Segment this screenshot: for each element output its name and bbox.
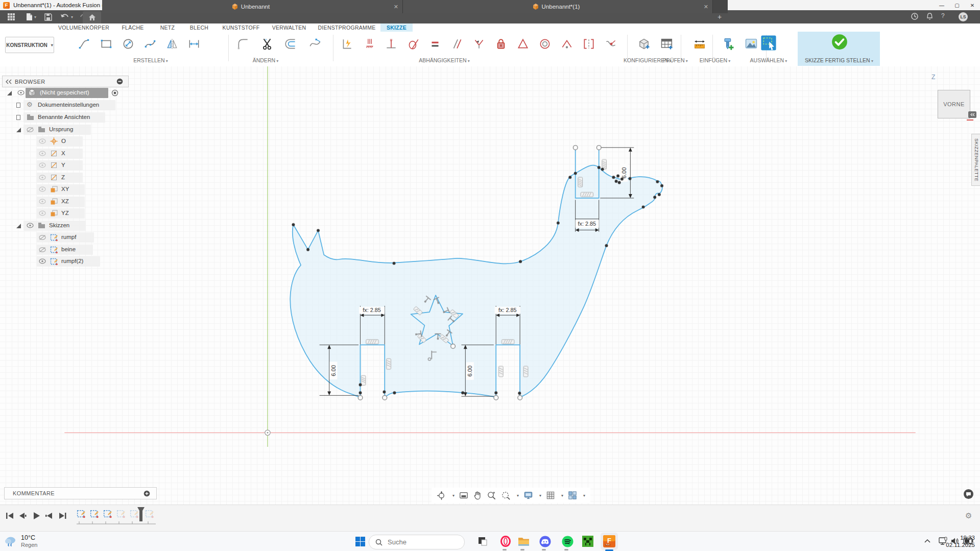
visibility-eye-off-icon[interactable]: [39, 247, 46, 253]
home-view-button[interactable]: [83, 11, 101, 23]
minecraft-icon[interactable]: [581, 535, 594, 548]
dim-leg2-depth-label[interactable]: 6.00: [466, 362, 474, 380]
curvature-constraint-icon[interactable]: [602, 35, 620, 53]
dim-leg2-width-label[interactable]: fx: 2.85: [498, 307, 517, 313]
perpendicular-constraint-icon[interactable]: [382, 35, 400, 53]
insert-mcmaster-icon[interactable]: [719, 35, 737, 53]
spotify-icon[interactable]: [561, 535, 574, 548]
add-comment-icon[interactable]: [144, 490, 150, 497]
pan-icon[interactable]: [473, 491, 482, 500]
tray-clock[interactable]: 19:33 02.11.2025: [946, 534, 975, 548]
browser-row-benannte-ansichten[interactable]: Benannte Ansichten: [0, 112, 123, 123]
group-label-pruefen[interactable]: PRÜFEN: [662, 57, 687, 63]
group-label-aendern[interactable]: ÄNDERN: [253, 57, 279, 63]
new-tab-button[interactable]: +: [715, 12, 724, 21]
construction-dropdown[interactable]: KONSTRUKTION▾: [5, 37, 54, 53]
timeline-feature-sketch-4-suppressed[interactable]: [116, 509, 126, 518]
timeline-feature-sketch-1[interactable]: [77, 509, 86, 518]
look-at-icon[interactable]: [459, 491, 468, 500]
browser-row-sketch-rumpf2[interactable]: rumpf(2): [0, 256, 112, 267]
doc-tab-close-icon[interactable]: ✕: [394, 4, 398, 10]
group-label-einfuegen[interactable]: EINFÜGEN: [700, 57, 731, 63]
dim-head-width-label[interactable]: fx: 2.85: [578, 221, 596, 227]
help-icon[interactable]: ?: [941, 12, 945, 19]
sketch-dimension-tool-icon[interactable]: [360, 35, 378, 53]
dimension-tool-icon[interactable]: [185, 35, 203, 53]
spline-tool-icon[interactable]: [141, 35, 159, 53]
maximize-button[interactable]: ▢: [949, 0, 965, 10]
browser-row-skizzen[interactable]: Skizzen: [0, 221, 112, 231]
tab-netz[interactable]: NETZ: [156, 23, 179, 32]
browser-row-plane-xy[interactable]: XY: [0, 184, 102, 195]
search-input[interactable]: [387, 538, 455, 546]
line-tool-icon[interactable]: [75, 35, 93, 53]
finish-sketch-label[interactable]: SKIZZE FERTIG STELLEN: [805, 57, 873, 63]
undo-icon[interactable]: ▾: [60, 13, 73, 20]
fillet-tool-icon[interactable]: [234, 35, 252, 53]
activate-radio-icon[interactable]: [111, 89, 118, 97]
rectangle-tool-icon[interactable]: [97, 35, 115, 53]
zoom-icon[interactable]: [487, 491, 496, 500]
dog-body-profile[interactable]: [290, 165, 662, 397]
tab-dienstprogramme[interactable]: DIENSTPROGRAMME: [316, 23, 378, 32]
file-explorer-icon[interactable]: [517, 535, 530, 548]
equal-constraint-icon[interactable]: [426, 35, 444, 53]
browser-row-dokumenteinstellungen[interactable]: ⚙ Dokumenteinstellungen: [0, 100, 123, 110]
orbit-icon[interactable]: [437, 491, 446, 500]
viewcube[interactable]: VORNE: [938, 90, 970, 118]
browser-row-root[interactable]: (Nicht gespeichert): [0, 88, 133, 98]
viewports-icon[interactable]: [568, 491, 577, 500]
browser-row-axis-y[interactable]: Y: [0, 160, 102, 171]
browser-row-ursprung[interactable]: Ursprung: [0, 125, 112, 135]
timeline-playhead[interactable]: [137, 507, 145, 521]
browser-row-origin-o[interactable]: O: [0, 136, 102, 147]
visibility-eye-off-icon[interactable]: [27, 127, 34, 133]
tab-verwalten[interactable]: VERWALTEN: [269, 23, 309, 32]
doc-tab-unbenannt[interactable]: Unbenannt ✕: [102, 0, 403, 13]
expander-open-icon[interactable]: [16, 128, 21, 132]
browser-row-axis-x[interactable]: X: [0, 149, 102, 159]
timeline-feature-sketch-2[interactable]: [90, 509, 99, 518]
finish-sketch-check-icon[interactable]: [830, 33, 849, 51]
tab-volumenkoerper[interactable]: VOLUMENKÖRPER: [61, 23, 106, 32]
doc-tab-unbenannt-1[interactable]: Unbenannt*(1) ✕: [403, 0, 713, 13]
group-label-erstellen[interactable]: ERSTELLEN: [133, 57, 168, 63]
group-label-abhaengigkeiten[interactable]: ABHÄNGIGKEITEN: [419, 57, 470, 63]
visibility-eye-off-icon[interactable]: [39, 234, 46, 241]
tab-kunststoff[interactable]: KUNSTSTOFF: [220, 23, 262, 32]
expander-open-icon[interactable]: [16, 224, 21, 228]
timeline-feature-sketch-3[interactable]: [103, 509, 112, 518]
taskbar-search[interactable]: [369, 535, 465, 549]
tab-skizzenpalette[interactable]: SKIZZENPALETTE: [971, 134, 980, 186]
tab-blech[interactable]: BLECH: [185, 23, 213, 32]
spline-edit-tool-icon[interactable]: [306, 35, 324, 53]
select-tool-icon[interactable]: [759, 34, 778, 52]
chat-bubble-icon[interactable]: [964, 489, 973, 499]
mirror-tool-icon[interactable]: [163, 35, 181, 53]
discord-icon[interactable]: [538, 535, 552, 548]
insert-image-icon[interactable]: [742, 35, 760, 53]
app-grid-icon[interactable]: [7, 13, 15, 21]
expander-open-icon[interactable]: [7, 91, 12, 95]
minimize-button[interactable]: —: [934, 0, 949, 10]
job-status-icon[interactable]: [911, 12, 919, 20]
tangent-constraint-icon[interactable]: [404, 35, 422, 53]
coincident-constraint-icon[interactable]: [470, 35, 488, 53]
viewcube-front-face[interactable]: VORNE: [943, 101, 965, 107]
visibility-eye-dim-icon[interactable]: [39, 186, 46, 192]
sketch-canvas[interactable]: 6.00 fx: 2.85 fx: 2.85: [0, 66, 980, 505]
collapse-panel-icon[interactable]: [6, 79, 12, 84]
circle-tool-icon[interactable]: [119, 35, 137, 53]
polygon-constraint-icon[interactable]: [514, 35, 532, 53]
measure-tool-icon[interactable]: [690, 35, 709, 53]
concentric-constraint-icon[interactable]: [536, 35, 554, 53]
model-canvas[interactable]: 6.00 fx: 2.85 fx: 2.85: [0, 66, 980, 505]
timeline-feature-sketch-6-suppressed[interactable]: [145, 509, 154, 518]
start-button[interactable]: [353, 535, 367, 548]
configure-table-icon[interactable]: [658, 35, 676, 53]
midpoint-constraint-icon[interactable]: [558, 35, 576, 53]
timeline-playback-controls[interactable]: [5, 511, 71, 520]
comments-panel-header[interactable]: KOMMENTARE: [4, 487, 157, 499]
dim-leg1-depth-label[interactable]: 6.00: [330, 362, 338, 379]
grid-settings-icon[interactable]: [546, 491, 555, 500]
